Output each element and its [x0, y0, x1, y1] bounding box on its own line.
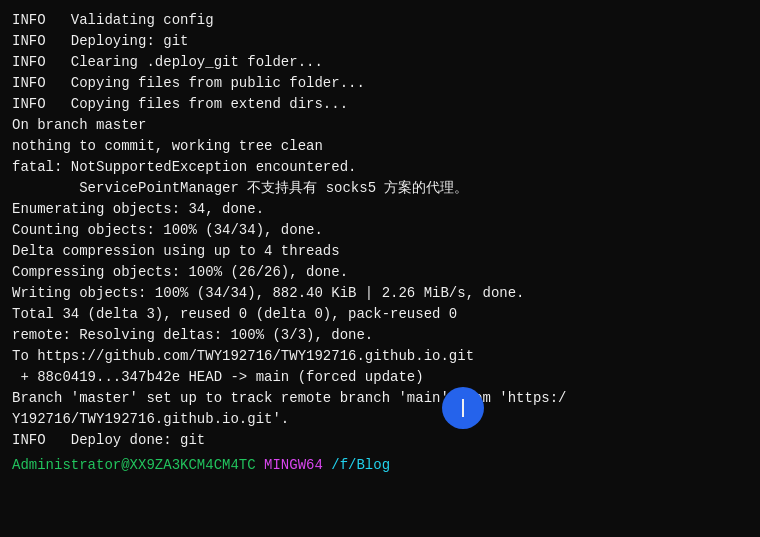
- prompt-path: /f/Blog: [331, 455, 390, 476]
- terminal-line: ServicePointManager 不支持具有 socks5 方案的代理。: [12, 178, 748, 199]
- prompt-space1: [256, 455, 264, 476]
- terminal-line: Enumerating objects: 34, done.: [12, 199, 748, 220]
- terminal-line: Total 34 (delta 3), reused 0 (delta 0), …: [12, 304, 748, 325]
- terminal-line: Counting objects: 100% (34/34), done.: [12, 220, 748, 241]
- terminal-line: Y192716/TWY192716.github.io.git'.: [12, 409, 748, 430]
- terminal-line: Branch 'master' set up to track remote b…: [12, 388, 748, 409]
- terminal-line: + 88c0419...347b42e HEAD -> main (forced…: [12, 367, 748, 388]
- terminal-line: INFO Clearing .deploy_git folder...: [12, 52, 748, 73]
- terminal-line: nothing to commit, working tree clean: [12, 136, 748, 157]
- terminal-line: Delta compression using up to 4 threads: [12, 241, 748, 262]
- terminal-line: INFO Copying files from extend dirs...: [12, 94, 748, 115]
- branch-line-block: Branch 'master' set up to track remote b…: [12, 388, 748, 409]
- terminal-line: fatal: NotSupportedException encountered…: [12, 157, 748, 178]
- terminal-line: Writing objects: 100% (34/34), 882.40 Ki…: [12, 283, 748, 304]
- prompt-space2: [323, 455, 331, 476]
- terminal-line: INFO Deploy done: git: [12, 430, 748, 451]
- terminal-line: On branch master: [12, 115, 748, 136]
- terminal-line: To https://github.com/TWY192716/TWY19271…: [12, 346, 748, 367]
- terminal-window: INFO Validating config INFO Deploying: g…: [0, 0, 760, 537]
- terminal-line: INFO Validating config: [12, 10, 748, 31]
- terminal-line: Compressing objects: 100% (26/26), done.: [12, 262, 748, 283]
- terminal-line: remote: Resolving deltas: 100% (3/3), do…: [12, 325, 748, 346]
- prompt-shell: MINGW64: [264, 455, 323, 476]
- terminal-line: INFO Copying files from public folder...: [12, 73, 748, 94]
- prompt-line[interactable]: Administrator@XX9ZA3KCM4CM4TC MINGW64 /f…: [12, 455, 748, 476]
- terminal-line: INFO Deploying: git: [12, 31, 748, 52]
- prompt-user: Administrator@XX9ZA3KCM4CM4TC: [12, 455, 256, 476]
- text-cursor: [442, 387, 484, 429]
